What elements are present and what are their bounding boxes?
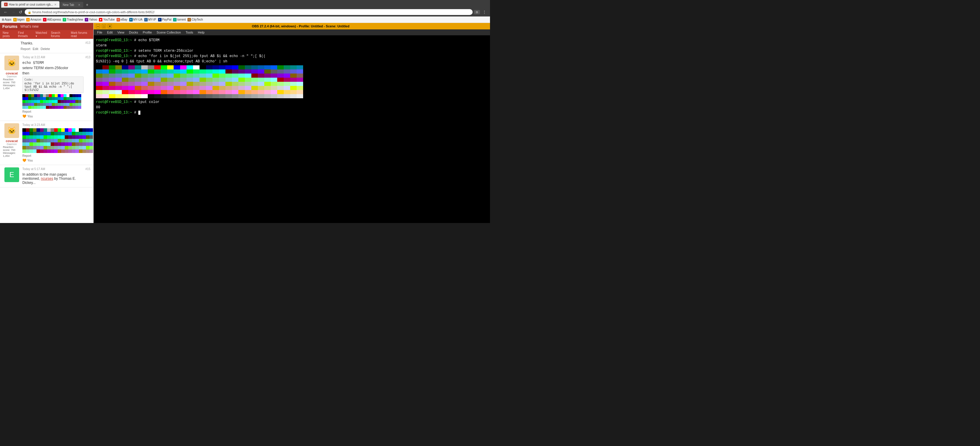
myua-label: MY-UA — [133, 18, 142, 21]
tradingview-label: TradingView — [67, 18, 83, 21]
obs-menu-tools[interactable]: Tools — [183, 30, 196, 35]
bookmark-torrent[interactable]: t torrent — [173, 18, 186, 21]
terminal-color-grid — [96, 65, 488, 98]
tab-close-icon[interactable]: ✕ — [54, 3, 57, 6]
post-timestamp-15: Today at 5:17 AM — [22, 167, 84, 171]
post-number-thanks: #13 — [85, 41, 90, 51]
tradingview-icon: T — [63, 18, 66, 21]
menu-button[interactable]: ⋮ — [481, 9, 488, 15]
new-tab-button[interactable]: + — [84, 2, 91, 8]
post-left-col-14: 🐱 covacat Daemon Reaction score: 793 Mes… — [3, 123, 21, 162]
bookmark-paypal[interactable]: P PayPal — [158, 18, 172, 21]
browser-tab-inactive[interactable]: New Tab ✕ — [60, 2, 83, 8]
reaction-13: 🧡 You — [22, 114, 84, 118]
post-13: 🐱 covacat Daemon Reaction score: 793 Mes… — [0, 53, 93, 121]
obs-menu-profile[interactable]: Profile — [140, 30, 154, 35]
new-tab-close-icon[interactable]: ✕ — [78, 3, 80, 6]
thanks-post: Thanks. Report Edit Delete #13 — [0, 39, 93, 53]
bookmark-amazon[interactable]: a Amazon — [26, 18, 41, 21]
bigen-label: bigen — [18, 18, 24, 21]
yahoo-label: Yahoo — [89, 18, 97, 21]
post-number-15: #15 — [85, 167, 90, 171]
torrent-icon: t — [173, 18, 177, 21]
bookmark-youtube[interactable]: ▶ YouTube — [99, 18, 115, 21]
obs-menu-scene-collection[interactable]: Scene Collection — [154, 30, 183, 35]
browser-tab-active[interactable]: F How to printf or cout custom rgb... ✕ — [1, 1, 59, 8]
apps-bookmark-icon: ⊞ — [2, 18, 4, 21]
post-role-13: Daemon — [7, 75, 17, 78]
post-username-14[interactable]: covacat — [6, 139, 18, 143]
find-threads-link[interactable]: Find threads — [16, 30, 33, 38]
terminal-line-80: 80 — [96, 105, 488, 110]
watched-link[interactable]: Watched ▾ — [34, 30, 49, 38]
obs-menu-docks[interactable]: Docks — [127, 30, 140, 35]
messages-13: Messages: 1,454 — [3, 84, 21, 90]
post-body-line1: echo $TERM — [22, 60, 84, 65]
new-tab-title: New Tab — [63, 3, 74, 6]
apps-bookmark-label: Apps — [5, 18, 11, 21]
bigen-icon: b — [13, 18, 17, 21]
bookmark-bigen[interactable]: b bigen — [13, 18, 24, 21]
obs-menu-file[interactable]: File — [95, 30, 105, 35]
search-forums-link[interactable]: Search forums — [49, 30, 69, 38]
bookmark-tradingview[interactable]: T TradingView — [63, 18, 83, 21]
new-posts-link[interactable]: New posts — [1, 30, 16, 38]
back-button[interactable]: ← — [2, 9, 9, 15]
post-15: E Today at 5:17 AM In addition to the ma… — [0, 165, 93, 187]
address-bar[interactable]: 🔒 forums.freebsd.org/threads/how-to-prin… — [25, 9, 473, 15]
post-timestamp-13: Today at 3:22 AM — [22, 56, 84, 59]
obs-minimize-icon[interactable]: ─ — [96, 24, 100, 28]
aliexpress-icon: e — [43, 18, 46, 21]
post-avatar-thanks — [3, 41, 19, 51]
messages-14: Messages: 1,454 — [3, 151, 21, 157]
code-content: echo 'for i in $(jot 255);do tput AB $i … — [24, 82, 81, 92]
forward-button[interactable]: → — [10, 9, 16, 15]
torrent-label: torrent — [177, 18, 186, 21]
post-role-14: Daemon — [7, 143, 17, 146]
bookmark-aliexpress[interactable]: e AliExpress — [43, 18, 61, 21]
tab-title: How to printf or cout custom rgb... — [9, 3, 53, 6]
browser-chrome: F How to printf or cout custom rgb... ✕ … — [0, 0, 490, 8]
myip-icon: I — [144, 18, 148, 21]
reload-button[interactable]: ↺ — [18, 9, 24, 15]
yahoo-icon: Y — [85, 18, 88, 21]
bookmark-citytech[interactable]: C CityTech — [188, 18, 203, 21]
edit-link-thanks[interactable]: Edit — [33, 47, 38, 51]
post-left-col-15: E — [3, 167, 21, 185]
report-link-thanks[interactable]: Report — [21, 47, 30, 51]
bookmark-ebay[interactable]: e eBay — [116, 18, 127, 21]
obs-menu-edit[interactable]: Edit — [105, 30, 115, 35]
bookmark-apps[interactable]: ⊞ Apps — [2, 18, 11, 21]
forum-content: Thanks. Report Edit Delete #13 🐱 co — [0, 39, 93, 223]
report-link-14[interactable]: Report — [22, 154, 31, 157]
post-avatar-15: E — [5, 167, 19, 182]
terminal-line-4: root@FreeBSD_13:~ # echo 'for i in $(jot… — [96, 54, 488, 59]
forum-header: Forums What's new New posts Find threads… — [0, 23, 93, 39]
myip-label: MY-IP — [148, 18, 156, 21]
myua-icon: M — [129, 18, 133, 21]
color-grid-image-14 — [22, 128, 93, 153]
post-username-13[interactable]: covacat — [6, 71, 18, 75]
obs-panel: ─ □ ✕ OBS 27.2.4 (64-bit, windows) - Pro… — [94, 23, 490, 223]
bookmark-yahoo[interactable]: Y Yahoo — [85, 18, 97, 21]
terminal-line-2: xterm — [96, 43, 488, 48]
bookmark-myua[interactable]: M MY-UA — [129, 18, 142, 21]
ebay-icon: e — [116, 18, 120, 21]
thanks-text: Thanks. — [21, 41, 84, 45]
extensions-button[interactable]: ⚙ — [474, 10, 480, 14]
terminal-line-prompt: root@FreeBSD_13:~ # — [96, 110, 488, 115]
obs-close-icon[interactable]: ✕ — [108, 24, 112, 28]
bookmark-myip[interactable]: I MY-IP — [144, 18, 156, 21]
paypal-label: PayPal — [162, 18, 172, 21]
terminal-line-tput: root@FreeBSD_13:~ # tput color — [96, 100, 488, 105]
obs-menu-help[interactable]: Help — [196, 30, 207, 35]
post-timestamp-14: Today at 3:23 AM — [22, 123, 93, 127]
obs-maximize-icon[interactable]: □ — [102, 24, 106, 28]
address-lock-icon: 🔒 — [28, 11, 31, 14]
obs-menu-view[interactable]: View — [115, 30, 127, 35]
terminal-line-3: root@FreeBSD_13:~ # setenv TERM xterm-25… — [96, 48, 488, 54]
mark-read-link[interactable]: Mark forums read — [70, 30, 92, 38]
delete-link-thanks[interactable]: Delete — [41, 47, 50, 51]
report-link-13[interactable]: Report — [22, 110, 31, 113]
whats-new-link[interactable]: What's new — [20, 24, 38, 29]
